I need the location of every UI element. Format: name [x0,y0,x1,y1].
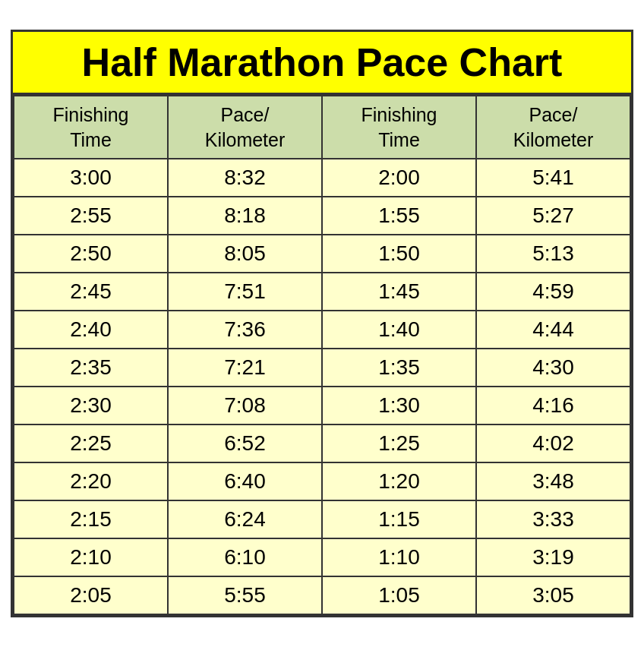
cell-r1-c0: 2:55 [14,197,168,235]
cell-r8-c1: 6:40 [168,462,322,500]
cell-r9-c0: 2:15 [14,500,168,538]
cell-r0-c1: 8:32 [168,159,322,197]
cell-r6-c0: 2:30 [14,387,168,424]
header-finishing-time-2: FinishingTime [322,96,476,159]
cell-r7-c0: 2:25 [14,424,168,462]
table-row: 2:407:361:404:44 [14,311,630,349]
cell-r4-c3: 4:44 [476,311,630,349]
header-pace-km-1: Pace/Kilometer [168,96,322,159]
header-finishing-time-1: FinishingTime [14,96,168,159]
table-row: 3:008:322:005:41 [14,159,630,197]
cell-r2-c3: 5:13 [476,235,630,273]
cell-r11-c0: 2:05 [14,576,168,614]
cell-r9-c3: 3:33 [476,500,630,538]
chart-title: Half Marathon Pace Chart [13,32,631,95]
cell-r8-c3: 3:48 [476,462,630,500]
cell-r2-c2: 1:50 [322,235,476,273]
cell-r7-c1: 6:52 [168,424,322,462]
cell-r8-c2: 1:20 [322,462,476,500]
cell-r9-c2: 1:15 [322,500,476,538]
pace-table: FinishingTime Pace/Kilometer FinishingTi… [13,95,631,615]
cell-r8-c0: 2:20 [14,462,168,500]
cell-r2-c1: 8:05 [168,235,322,273]
cell-r3-c0: 2:45 [14,273,168,311]
cell-r10-c0: 2:10 [14,538,168,576]
table-row: 2:457:511:454:59 [14,273,630,311]
cell-r10-c2: 1:10 [322,538,476,576]
cell-r7-c3: 4:02 [476,424,630,462]
header-pace-km-2: Pace/Kilometer [476,96,630,159]
cell-r6-c1: 7:08 [168,387,322,424]
cell-r6-c3: 4:16 [476,387,630,424]
cell-r5-c2: 1:35 [322,349,476,387]
cell-r5-c3: 4:30 [476,349,630,387]
table-row: 2:206:401:203:48 [14,462,630,500]
cell-r11-c1: 5:55 [168,576,322,614]
cell-r7-c2: 1:25 [322,424,476,462]
cell-r11-c3: 3:05 [476,576,630,614]
cell-r1-c2: 1:55 [322,197,476,235]
cell-r6-c2: 1:30 [322,387,476,424]
cell-r4-c2: 1:40 [322,311,476,349]
cell-r4-c0: 2:40 [14,311,168,349]
table-body: 3:008:322:005:412:558:181:555:272:508:05… [14,159,630,614]
table-row: 2:156:241:153:33 [14,500,630,538]
cell-r5-c1: 7:21 [168,349,322,387]
table-row: 2:357:211:354:30 [14,349,630,387]
cell-r11-c2: 1:05 [322,576,476,614]
cell-r3-c1: 7:51 [168,273,322,311]
cell-r1-c3: 5:27 [476,197,630,235]
cell-r3-c3: 4:59 [476,273,630,311]
table-row: 2:055:551:053:05 [14,576,630,614]
table-row: 2:106:101:103:19 [14,538,630,576]
table-row: 2:307:081:304:16 [14,387,630,424]
cell-r0-c0: 3:00 [14,159,168,197]
cell-r9-c1: 6:24 [168,500,322,538]
table-header: FinishingTime Pace/Kilometer FinishingTi… [14,96,630,159]
table-row: 2:508:051:505:13 [14,235,630,273]
cell-r1-c1: 8:18 [168,197,322,235]
cell-r0-c3: 5:41 [476,159,630,197]
table-row: 2:256:521:254:02 [14,424,630,462]
cell-r5-c0: 2:35 [14,349,168,387]
cell-r2-c0: 2:50 [14,235,168,273]
cell-r10-c3: 3:19 [476,538,630,576]
table-row: 2:558:181:555:27 [14,197,630,235]
cell-r10-c1: 6:10 [168,538,322,576]
cell-r3-c2: 1:45 [322,273,476,311]
header-row: FinishingTime Pace/Kilometer FinishingTi… [14,96,630,159]
cell-r4-c1: 7:36 [168,311,322,349]
cell-r0-c2: 2:00 [322,159,476,197]
chart-container: Half Marathon Pace Chart FinishingTime P… [11,30,633,617]
